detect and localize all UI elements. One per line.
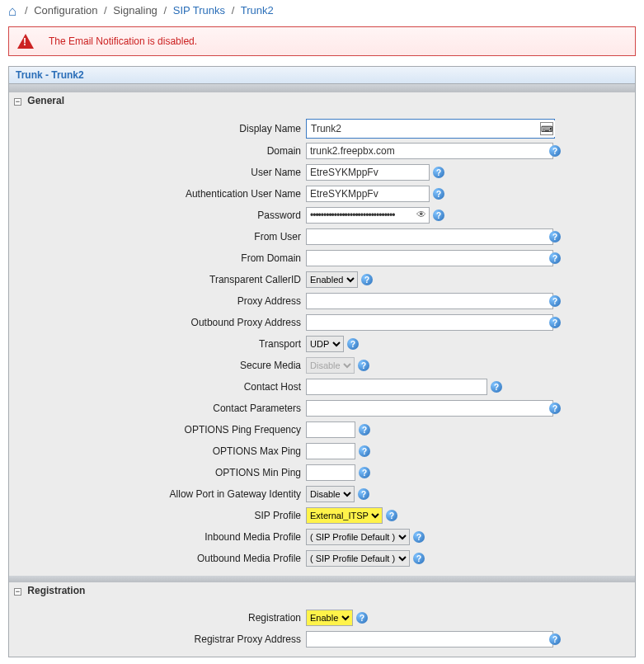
label-from-domain: From Domain: [9, 252, 306, 264]
help-icon[interactable]: ?: [386, 510, 397, 521]
inbound-media-profile-select[interactable]: ( SIP Profile Default ): [306, 529, 410, 545]
section-general-header[interactable]: − General: [9, 92, 635, 109]
breadcrumb-sep: /: [25, 4, 28, 16]
collapse-icon[interactable]: −: [14, 588, 21, 596]
keyboard-icon[interactable]: ⌨: [540, 122, 553, 135]
secure-media-select: Disable: [306, 357, 355, 374]
label-options-min-ping: OPTIONS Min Ping: [9, 467, 306, 478]
from-user-input[interactable]: [306, 228, 553, 245]
label-sip-profile: SIP Profile: [9, 510, 306, 521]
breadcrumb-sep: /: [232, 4, 235, 16]
user-name-input[interactable]: [306, 164, 430, 181]
alert-text: The Email Notification is disabled.: [49, 35, 197, 47]
help-icon[interactable]: ?: [359, 424, 370, 436]
help-icon[interactable]: ?: [549, 403, 561, 414]
help-icon[interactable]: ?: [549, 317, 561, 328]
help-icon[interactable]: ?: [358, 360, 369, 371]
eye-icon[interactable]: 👁: [416, 209, 426, 220]
label-transport: Transport: [9, 338, 306, 350]
help-icon[interactable]: ?: [359, 467, 370, 478]
breadcrumb-sep: /: [104, 4, 107, 16]
contact-host-input[interactable]: [306, 379, 487, 395]
help-icon[interactable]: ?: [359, 445, 370, 457]
label-transparent-cid: Transparent CallerID: [9, 274, 306, 285]
proxy-address-input[interactable]: [306, 293, 553, 309]
label-outbound-proxy: Outbound Proxy Address: [9, 317, 306, 328]
help-icon[interactable]: ?: [549, 145, 561, 157]
outbound-media-profile-select[interactable]: ( SIP Profile Default ): [306, 550, 410, 567]
display-name-input[interactable]: [308, 120, 555, 137]
general-section: Display Name ⌨ Domain ? User Name ?: [9, 109, 635, 576]
transport-select[interactable]: UDP: [306, 336, 344, 352]
outbound-proxy-input[interactable]: [306, 314, 553, 331]
help-icon[interactable]: ?: [361, 274, 373, 285]
options-max-ping-input[interactable]: [306, 443, 355, 459]
from-domain-input[interactable]: [306, 250, 553, 266]
breadcrumb: ⌂ / Configuration / Signaling / SIP Trun…: [0, 0, 644, 26]
registration-select[interactable]: Enable: [306, 610, 353, 626]
label-inbound-media-profile: Inbound Media Profile: [9, 531, 306, 543]
section-registration-header[interactable]: − Registration: [9, 582, 635, 599]
panel-title: Trunk - Trunk2: [9, 67, 635, 84]
help-icon[interactable]: ?: [356, 612, 368, 624]
label-contact-host: Contact Host: [9, 381, 306, 393]
label-auth-user-name: Authentication User Name: [9, 188, 306, 200]
help-icon[interactable]: ?: [433, 167, 444, 178]
label-password: Password: [9, 210, 306, 221]
label-allow-port-gw: Allow Port in Gateway Identity: [9, 488, 306, 500]
label-options-ping-freq: OPTIONS Ping Frequency: [9, 424, 306, 436]
section-registration-label: Registration: [27, 585, 85, 596]
auth-user-name-input[interactable]: [306, 186, 430, 202]
label-secure-media: Secure Media: [9, 360, 306, 371]
sip-profile-select[interactable]: External_ITSP: [306, 507, 383, 524]
label-outbound-media-profile: Outbound Media Profile: [9, 553, 306, 564]
label-registrar-proxy: Registrar Proxy Address: [9, 633, 306, 645]
allow-port-gw-select[interactable]: Disable: [306, 486, 355, 502]
label-options-max-ping: OPTIONS Max Ping: [9, 445, 306, 457]
alert-email-disabled: The Email Notification is disabled.: [8, 26, 636, 56]
label-proxy-address: Proxy Address: [9, 295, 306, 307]
transparent-cid-select[interactable]: Enabled: [306, 271, 358, 288]
help-icon[interactable]: ?: [549, 252, 561, 264]
breadcrumb-sep: /: [163, 4, 167, 16]
registration-section: Registration Enable ? Registrar Proxy Ad…: [9, 599, 635, 657]
section-divider: [9, 576, 635, 582]
section-divider: [9, 84, 635, 92]
label-contact-params: Contact Parameters: [9, 403, 306, 414]
label-user-name: User Name: [9, 167, 306, 178]
breadcrumb-configuration: Configuration: [34, 4, 97, 16]
label-domain: Domain: [9, 145, 306, 157]
collapse-icon[interactable]: −: [14, 98, 21, 106]
help-icon[interactable]: ?: [549, 231, 561, 243]
help-icon[interactable]: ?: [358, 488, 369, 500]
help-icon[interactable]: ?: [413, 553, 425, 564]
warning-icon: [17, 34, 34, 49]
breadcrumb-current[interactable]: Trunk2: [241, 4, 274, 16]
help-icon[interactable]: ?: [549, 633, 561, 645]
options-ping-freq-input[interactable]: [306, 421, 355, 438]
label-from-user: From User: [9, 231, 306, 243]
contact-params-input[interactable]: [306, 400, 553, 417]
help-icon[interactable]: ?: [347, 338, 359, 350]
help-icon[interactable]: ?: [433, 188, 444, 200]
options-min-ping-input[interactable]: [306, 464, 355, 481]
domain-input[interactable]: [306, 143, 553, 159]
password-input[interactable]: [306, 207, 430, 224]
home-icon[interactable]: ⌂: [8, 3, 16, 19]
label-display-name: Display Name: [9, 123, 306, 134]
section-general-label: General: [27, 95, 64, 106]
help-icon[interactable]: ?: [491, 381, 502, 393]
registrar-proxy-input[interactable]: [306, 631, 553, 648]
help-icon[interactable]: ?: [549, 295, 561, 307]
trunk-panel: Trunk - Trunk2 − General Display Name ⌨ …: [8, 66, 636, 657]
label-registration: Registration: [9, 612, 306, 624]
breadcrumb-sip-trunks[interactable]: SIP Trunks: [173, 4, 225, 16]
help-icon[interactable]: ?: [413, 531, 425, 543]
help-icon[interactable]: ?: [433, 210, 444, 221]
breadcrumb-signaling: Signaling: [113, 4, 157, 16]
